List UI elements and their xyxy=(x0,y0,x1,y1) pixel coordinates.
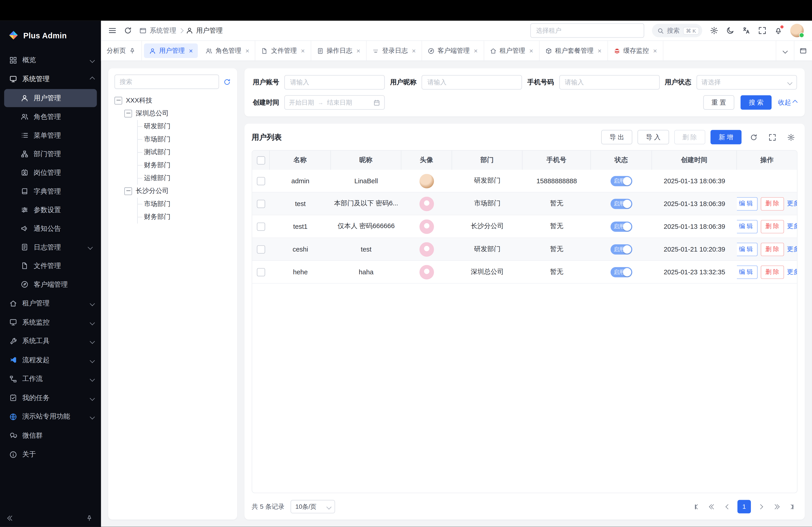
sidebar-item-post-mgmt[interactable]: 岗位管理 xyxy=(4,164,97,182)
close-icon[interactable]: × xyxy=(597,47,601,54)
edit-button[interactable]: 编 辑 xyxy=(737,265,757,279)
tab-operation-log[interactable]: 操作日志 × xyxy=(311,41,366,60)
close-icon[interactable]: × xyxy=(357,47,360,54)
tree-search-input[interactable] xyxy=(114,75,219,89)
sidebar-item-workflow[interactable]: 工作流 xyxy=(0,370,101,388)
sidebar-item-system[interactable]: 系统管理 xyxy=(0,70,101,89)
sidebar-item-log-mgmt[interactable]: 日志管理 xyxy=(4,238,97,256)
tab-cache-monitor[interactable]: 缓存监控 × xyxy=(608,41,663,60)
sidebar-item-menu-mgmt[interactable]: 菜单管理 xyxy=(4,126,97,144)
notifications-button[interactable] xyxy=(774,26,782,35)
tab-role-mgmt[interactable]: 角色管理 × xyxy=(200,41,256,60)
tab-tenant-mgmt[interactable]: 租户管理 × xyxy=(484,41,539,60)
collapse-filters-link[interactable]: 收起 xyxy=(778,98,796,107)
sidebar-item-role-mgmt[interactable]: 角色管理 xyxy=(4,108,97,126)
more-button[interactable]: 更多 xyxy=(787,222,797,231)
pagination-first[interactable] xyxy=(691,500,703,514)
table-settings-button[interactable] xyxy=(784,131,798,144)
row-delete-button[interactable]: 删 除 xyxy=(760,197,784,211)
tab-analysis[interactable]: 分析页 xyxy=(101,41,142,60)
close-icon[interactable]: × xyxy=(474,47,478,54)
sidebar-item-my-tasks[interactable]: 我的任务 xyxy=(0,388,101,407)
nickname-input[interactable] xyxy=(422,75,522,90)
pagination-last[interactable] xyxy=(785,500,798,514)
tab-login-log[interactable]: 登录日志 × xyxy=(366,41,422,60)
pagination-next-fast[interactable] xyxy=(770,500,782,514)
edit-button[interactable]: 编 辑 xyxy=(737,197,757,211)
row-checkbox[interactable] xyxy=(257,199,265,208)
tree-node-dept[interactable]: 研发部门 xyxy=(138,120,231,133)
sidebar-item-wechat-group[interactable]: 微信群 xyxy=(0,426,101,445)
close-icon[interactable]: × xyxy=(189,47,193,54)
tree-refresh-icon[interactable] xyxy=(223,78,231,86)
tree-collapse-icon[interactable] xyxy=(124,187,132,195)
tab-layout-button[interactable] xyxy=(794,41,812,60)
user-avatar[interactable] xyxy=(791,24,804,37)
tree-node-dept[interactable]: 市场部门 xyxy=(138,133,231,146)
table-fullscreen-button[interactable] xyxy=(765,131,779,144)
close-icon[interactable]: × xyxy=(412,47,416,54)
sidebar-item-dict-mgmt[interactable]: 字典管理 xyxy=(4,182,97,200)
tree-node-company[interactable]: 深圳总公司 xyxy=(124,107,231,120)
tree-collapse-icon[interactable] xyxy=(114,97,122,104)
row-delete-button[interactable]: 删 除 xyxy=(760,243,784,256)
delete-button[interactable]: 删 除 xyxy=(674,130,705,144)
add-button[interactable]: 新 增 xyxy=(710,130,741,144)
more-button[interactable]: 更多 xyxy=(787,199,797,208)
search-button[interactable]: 搜 索 xyxy=(740,95,772,109)
account-input[interactable] xyxy=(285,75,385,90)
row-checkbox[interactable] xyxy=(257,245,265,253)
import-button[interactable]: 导 入 xyxy=(638,130,669,144)
sidebar-item-user-mgmt[interactable]: 用户管理 xyxy=(4,89,97,107)
page-size-select[interactable]: 10条/页 xyxy=(291,500,335,514)
pagination-current-page[interactable]: 1 xyxy=(737,500,751,514)
tab-client-mgmt[interactable]: 客户端管理 × xyxy=(422,41,484,60)
row-delete-button[interactable]: 删 除 xyxy=(760,220,784,233)
pin-icon[interactable] xyxy=(86,515,93,522)
tree-node-dept[interactable]: 市场部门 xyxy=(138,198,231,211)
refresh-page-button[interactable] xyxy=(124,26,132,35)
reset-button[interactable]: 重 置 xyxy=(703,95,734,109)
dark-mode-toggle[interactable] xyxy=(726,26,735,35)
global-search-button[interactable]: 搜索 ⌘ K xyxy=(652,24,702,37)
tree-node-company[interactable]: 长沙分公司 xyxy=(124,185,231,198)
tree-node-dept[interactable]: 测试部门 xyxy=(138,146,231,159)
sidebar-item-dept-mgmt[interactable]: 部门管理 xyxy=(4,145,97,163)
menu-toggle-button[interactable] xyxy=(108,26,117,35)
sidebar-item-process-start[interactable]: 流程发起 xyxy=(0,350,101,370)
sidebar-item-about[interactable]: 关于 xyxy=(0,445,101,464)
settings-button[interactable] xyxy=(710,26,719,35)
close-icon[interactable]: × xyxy=(530,47,533,54)
tree-collapse-icon[interactable] xyxy=(124,110,132,118)
close-icon[interactable]: × xyxy=(653,47,657,54)
table-refresh-button[interactable] xyxy=(747,131,760,144)
row-delete-button[interactable]: 删 除 xyxy=(760,265,784,279)
export-button[interactable]: 导 出 xyxy=(601,130,633,144)
close-icon[interactable]: × xyxy=(301,47,305,54)
status-toggle[interactable]: 启用 xyxy=(611,244,632,255)
row-checkbox[interactable] xyxy=(257,268,265,276)
sidebar-item-demo-features[interactable]: 演示站专用功能 xyxy=(0,407,101,426)
row-checkbox[interactable] xyxy=(257,222,265,230)
select-all-checkbox[interactable] xyxy=(257,156,265,164)
pagination-next[interactable] xyxy=(754,500,766,514)
close-icon[interactable]: × xyxy=(245,47,249,54)
sidebar-item-system-tools[interactable]: 系统工具 xyxy=(0,332,101,351)
tab-tenant-package[interactable]: 租户套餐管理 × xyxy=(539,41,608,60)
sidebar-item-notice[interactable]: 通知公告 xyxy=(4,219,97,237)
edit-button[interactable]: 编 辑 xyxy=(737,220,757,233)
sidebar-item-client-mgmt[interactable]: 客户端管理 xyxy=(4,275,97,293)
sidebar-item-tenant-mgmt[interactable]: 租户管理 xyxy=(0,294,101,313)
status-toggle[interactable]: 启用 xyxy=(611,176,632,186)
tree-node-dept[interactable]: 运维部门 xyxy=(138,172,231,185)
phone-input[interactable] xyxy=(559,75,659,90)
sidebar-item-overview[interactable]: 概览 xyxy=(0,51,101,70)
tenant-select-input[interactable] xyxy=(530,23,644,37)
status-select[interactable]: 请选择 xyxy=(696,75,797,90)
sidebar-item-system-monitor[interactable]: 系统监控 xyxy=(0,313,101,332)
sidebar-item-param-settings[interactable]: 参数设置 xyxy=(4,201,97,219)
more-button[interactable]: 更多 xyxy=(787,268,797,276)
tab-list-dropdown[interactable] xyxy=(776,41,794,60)
row-checkbox[interactable] xyxy=(257,177,265,185)
tree-node-root[interactable]: XXX科技 xyxy=(114,94,231,107)
